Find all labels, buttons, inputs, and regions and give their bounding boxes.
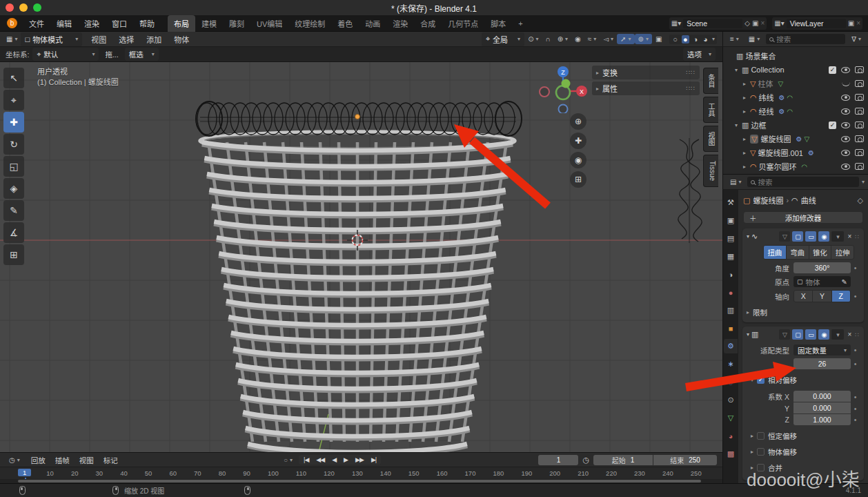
viewport-menu[interactable]: 视图 [85,32,112,47]
factor-y-field[interactable]: 0.000 [793,402,851,413]
n-panel-section[interactable]: ▸属性∷∷ [592,81,700,95]
disable-render-icon[interactable] [855,149,864,156]
modifier-extras-dropdown[interactable]: ▾ [831,329,844,340]
playback-button[interactable]: ▶ [340,456,351,464]
coord-dropdown[interactable]: ⌖默认▾ [32,48,99,61]
properties-tab-icon[interactable]: ⚒ [724,195,738,210]
playback-button[interactable]: ◀ [328,456,339,464]
outliner-row-collection[interactable]: ▾▥ Collection ✓ [723,63,868,77]
deform-mode-tab[interactable]: 锥化 [809,246,832,259]
n-panel-tab[interactable]: Tissue [703,155,718,187]
disable-render-icon[interactable] [855,163,864,170]
n-panel-tab[interactable]: 视图 [703,126,718,152]
properties-tab-icon[interactable]: ● [724,285,738,300]
new-viewlayer-icon[interactable]: ▣ [848,19,854,27]
relative-offset-section[interactable]: ▾ ✓ 相对偏移 [745,372,861,388]
blender-logo-icon[interactable]: b [7,18,17,28]
drag-menu[interactable]: 拖... [99,47,124,61]
unlink-scene-icon[interactable]: × [760,19,765,27]
snap-target-dropdown[interactable]: ⊕▾ [554,34,571,44]
factor-x-field[interactable]: 0.000 [793,391,851,402]
viewport-menu[interactable]: 添加 [140,32,168,47]
tool-button[interactable]: ✚ [3,112,24,133]
show-gizmo-dropdown[interactable]: ➚▾ [617,34,634,44]
toggle-realtime-icon[interactable]: ▭ [805,329,816,340]
workspace-tab[interactable]: 建模 [195,15,223,32]
timeline-menu[interactable]: 视图 [75,454,99,467]
angle-field[interactable]: 360° [793,262,851,273]
scene-icon[interactable]: ▦▾ [671,19,681,27]
toggle-edit-mode-icon[interactable]: ▢ [792,329,803,340]
pivot-dropdown[interactable]: ⊙▾ [524,34,542,44]
viewport-menu[interactable]: 物体 [168,32,195,47]
workspace-tab[interactable]: 雕刻 [223,15,250,32]
workspace-tab[interactable]: 着色 [331,15,359,32]
disable-render-icon[interactable] [855,121,864,128]
tool-button[interactable]: ↻ [3,134,24,155]
modifier-header[interactable]: ▾ ∿ ▽ ▢ ▭ ◉ ▾ × ∷ [745,231,861,244]
animate-dot[interactable]: • [851,360,860,368]
tool-button[interactable]: ◈ [3,178,24,199]
workspace-tab[interactable]: 渲染 [386,15,414,32]
drag-handle-icon[interactable]: ∷ [855,331,860,338]
hide-eye-icon[interactable] [841,95,850,101]
menubar-menu[interactable]: 帮助 [133,16,161,31]
outliner-row-bezier-circle[interactable]: ▸◠ 贝塞尔圆环 ◠ [723,159,868,173]
hidden-eye-icon[interactable] [842,81,850,86]
animate-dot[interactable]: • [851,405,860,413]
pin-icon[interactable]: ◇ [744,19,750,27]
outliner-row-warp[interactable]: ▸◠ 经线 ⚙ ◠ [723,104,868,118]
animate-dot[interactable]: • [851,264,860,272]
menubar-menu[interactable]: 渲染 [78,16,106,31]
playback-button[interactable]: |◀ [300,456,312,464]
properties-search-input[interactable]: 搜索 [747,177,859,187]
n-panel-section[interactable]: ▸变换∷∷ [592,66,700,79]
shading-rendered-icon[interactable]: ◕ [702,35,709,43]
workspace-tab[interactable]: 布局 [168,15,195,32]
show-visibility-dropdown[interactable]: ◅▾ [600,34,617,44]
toggle-render-icon[interactable]: ◉ [818,329,829,340]
timeline-menu[interactable]: 标记 [99,454,123,467]
drag-handle-icon[interactable]: ∷ [855,233,860,240]
fit-type-dropdown[interactable]: 固定数量▾ [793,344,851,355]
nav-button[interactable]: ⊕ [570,113,586,130]
disable-render-icon[interactable] [855,66,864,73]
exclude-checkbox[interactable]: ✓ [829,121,836,129]
mode-dropdown[interactable]: □物体模式▾ [21,32,82,46]
viewlayer-name-field[interactable]: ViewLayer [787,19,846,28]
workspace-tab[interactable]: 脚本 [484,15,512,32]
constant-offset-section[interactable]: ▸✓恒定偏移 [745,428,861,444]
editor-type-button[interactable]: ▦▾ [3,34,21,44]
workspace-tab[interactable]: 动画 [359,15,386,32]
remove-viewlayer-icon[interactable]: × [856,19,860,27]
viewport-menu[interactable]: 选择 [112,32,140,47]
workspace-tab[interactable]: + [512,17,529,30]
viewlayer-icon[interactable]: ▦▾ [774,19,784,27]
tool-button[interactable]: ✎ [3,200,24,221]
close-window-button[interactable] [6,3,14,12]
outliner-filter-button[interactable]: ∇▾ [848,34,865,44]
timeline-menu[interactable]: 插帧 [50,454,75,467]
tool-button[interactable]: ↖ [3,68,24,88]
properties-tab-icon[interactable]: ▤ [724,231,738,246]
playback-button[interactable]: ◀◀ [313,456,328,464]
axis-button[interactable]: X [794,291,813,302]
properties-tab-icon[interactable]: ◌ [724,375,738,389]
show-overlays-dropdown[interactable]: ⊚▾ [635,34,652,44]
outliner-display-mode[interactable]: ≡▾ [727,34,742,44]
disable-render-icon[interactable] [855,94,864,101]
modifier-header[interactable]: ▾ ▥ ▽ ▢ ▭ ◉ ▾ × ∷ [745,329,861,342]
properties-tab-icon[interactable]: ▣ [724,213,738,228]
properties-tab-icon[interactable]: ▽ [724,411,738,425]
restrictions-section[interactable]: ▸限制 [745,305,861,318]
minimize-window-button[interactable] [19,3,28,12]
shading-material-icon[interactable]: ◑ [692,35,700,43]
playback-button[interactable]: ▶| [368,456,379,464]
use-preview-range-icon[interactable]: ◷ [582,456,589,465]
properties-tab-icon[interactable]: ◕ [724,429,738,443]
axis-button[interactable]: Z [832,291,850,302]
delete-modifier-icon[interactable]: × [847,233,851,240]
frame-start-field[interactable]: 起始1 [593,455,653,465]
toggle-render-icon[interactable]: ◉ [818,231,829,242]
properties-tab-icon[interactable]: ▩ [724,447,738,461]
